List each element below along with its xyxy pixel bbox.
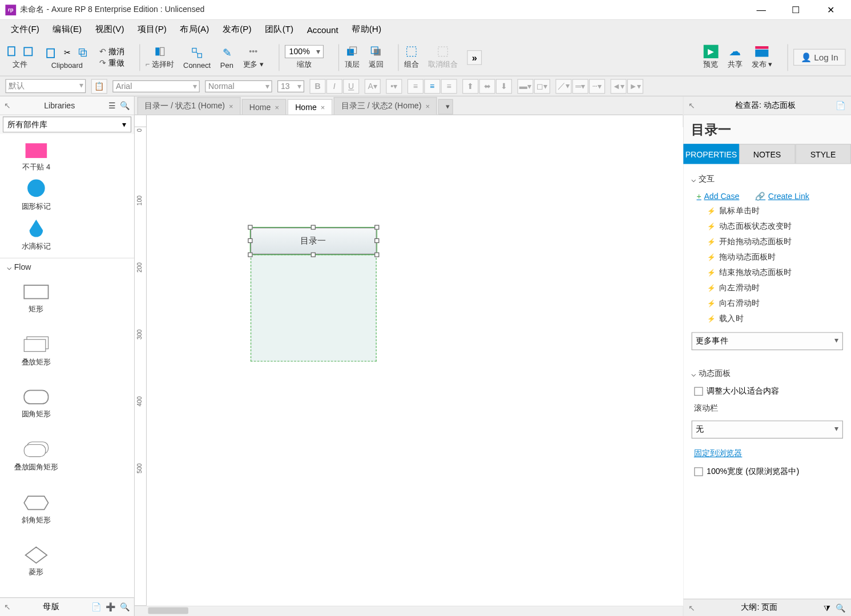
tb-preview[interactable]: ▶ 预览 xyxy=(703,45,718,70)
event-item[interactable]: ⚡向右滑动时 xyxy=(683,296,851,311)
collapse-icon[interactable]: ↖ xyxy=(688,101,695,110)
paste-icon[interactable] xyxy=(44,46,57,59)
login-button[interactable]: 👤 Log In xyxy=(793,49,846,66)
align-top[interactable]: ⬆ xyxy=(462,79,478,94)
page-icon[interactable]: 📄 xyxy=(836,101,846,110)
widget-name-field[interactable]: 目录一 xyxy=(683,115,851,144)
redo-button[interactable]: ↷重做 xyxy=(99,57,125,68)
font-select[interactable]: Arial xyxy=(112,80,200,92)
inspector-tab-notes[interactable]: NOTES xyxy=(739,144,795,164)
widget-rrect[interactable]: 圆角矩形 xyxy=(3,384,70,436)
tb-more[interactable]: ••• 更多 ▾ xyxy=(243,45,264,70)
pin-browser-link[interactable]: 固定到浏览器 xyxy=(683,444,851,463)
search-icon[interactable]: 🔍 xyxy=(120,101,130,110)
close-button[interactable]: ✕ xyxy=(821,3,840,16)
align-left[interactable]: ≡ xyxy=(408,79,424,94)
canvas-background-rect[interactable] xyxy=(251,254,377,362)
create-link-link[interactable]: 🔗Create Link xyxy=(755,192,809,201)
fill-color[interactable]: ▬▾ xyxy=(517,79,533,94)
inspector-tab-style[interactable]: STYLE xyxy=(795,144,851,164)
event-item[interactable]: ⚡鼠标单击时 xyxy=(683,204,851,219)
library-select[interactable]: 所有部件库 xyxy=(3,116,131,132)
bold-button[interactable]: B xyxy=(309,79,325,94)
tab-close-icon[interactable]: × xyxy=(321,103,325,111)
tb-pen[interactable]: ✎ Pen xyxy=(220,46,233,68)
widget-bluecircle[interactable]: 圆形标记 xyxy=(3,176,70,216)
search-icon[interactable]: 🔍 xyxy=(836,603,846,612)
search-icon[interactable]: 🔍 xyxy=(120,602,130,611)
event-item[interactable]: ⚡开始拖动动态面板时 xyxy=(683,234,851,250)
zoom-select[interactable]: 100% xyxy=(284,45,324,58)
tb-connect[interactable]: Connect xyxy=(183,46,211,68)
tb-back[interactable]: 返回 xyxy=(369,45,384,70)
undo-button[interactable]: ↶撤消 xyxy=(99,46,125,57)
widget-stackrect[interactable]: 叠放矩形 xyxy=(3,331,70,384)
line-style[interactable]: ┄▾ xyxy=(589,79,605,94)
menu-icon[interactable]: ☰ xyxy=(108,101,116,110)
section-flow[interactable]: ⌵Flow xyxy=(0,258,134,276)
style-select[interactable]: 默认 xyxy=(5,79,86,94)
underline-button[interactable]: U xyxy=(343,79,359,94)
tb-share[interactable]: ☁ 共享 xyxy=(728,45,743,70)
copy-icon[interactable] xyxy=(76,46,90,59)
tabs-overflow[interactable]: ▾ xyxy=(438,99,453,115)
line-color[interactable]: ／▾ xyxy=(555,79,571,94)
widget-bluedrop[interactable]: 水滴标记 xyxy=(3,216,70,255)
widget-diamond[interactable]: 菱形 xyxy=(3,542,70,594)
horizontal-scrollbar[interactable] xyxy=(134,605,682,616)
text-color[interactable]: A▾ xyxy=(365,79,381,94)
tab-close-icon[interactable]: × xyxy=(275,103,279,111)
menu-t[interactable]: 团队(T) xyxy=(260,22,299,37)
fontsize-select[interactable]: 13 xyxy=(277,80,304,92)
weight-select[interactable]: Normal xyxy=(205,80,272,92)
minimize-button[interactable]: ― xyxy=(752,3,771,16)
align-center[interactable]: ≡ xyxy=(424,79,440,94)
menu-p[interactable]: 发布(P) xyxy=(217,22,257,37)
canvas-tab[interactable]: 目录一 / 状态1 (Home)× xyxy=(137,97,240,115)
arrow-end[interactable]: ►▾ xyxy=(627,79,643,94)
scrollbar-select[interactable]: 无 xyxy=(691,420,843,439)
filter-icon[interactable]: ⧩ xyxy=(824,603,830,612)
tb-file[interactable]: 文件 xyxy=(5,45,35,70)
line-width[interactable]: ═▾ xyxy=(572,79,588,94)
tb-publish[interactable]: 发布 ▾ xyxy=(752,45,772,70)
menu-p[interactable]: 项目(P) xyxy=(132,22,172,37)
widget-stackrrect[interactable]: 叠放圆角矩形 xyxy=(3,436,70,489)
menu-a[interactable]: 布局(A) xyxy=(175,22,215,37)
add-case-link[interactable]: +Add Case xyxy=(696,192,739,201)
event-item[interactable]: ⚡动态面板状态改变时 xyxy=(683,219,851,234)
add-folder-icon[interactable]: 📄 xyxy=(91,602,102,611)
widget-pinktag[interactable]: 不干贴 4 xyxy=(3,136,70,176)
style-manager[interactable]: 📋 xyxy=(91,79,107,94)
section-interactions[interactable]: ⌵交互 xyxy=(683,169,851,189)
tb-ungroup[interactable]: 取消组合 xyxy=(428,45,458,70)
tab-close-icon[interactable]: × xyxy=(229,102,233,110)
event-item[interactable]: ⚡向左滑动时 xyxy=(683,281,851,296)
canvas-tab[interactable]: Home× xyxy=(288,99,332,115)
event-item[interactable]: ⚡拖动动态面板时 xyxy=(683,250,851,265)
tb-clipboard[interactable]: ✂ Clipboard xyxy=(44,46,90,68)
align-bottom[interactable]: ⬇ xyxy=(496,79,512,94)
maximize-button[interactable]: ☐ xyxy=(787,3,805,16)
cut-icon[interactable]: ✂ xyxy=(61,46,74,59)
event-item[interactable]: ⚡结束拖放动态面板时 xyxy=(683,265,851,281)
arrow-start[interactable]: ◄▾ xyxy=(611,79,627,94)
more-events-select[interactable]: 更多事件 xyxy=(691,332,843,350)
canvas-tab[interactable]: 目录三 / 状态2 (Home)× xyxy=(334,97,437,115)
align-right[interactable]: ≡ xyxy=(441,79,457,94)
tb-front[interactable]: 顶层 xyxy=(345,45,360,70)
event-item[interactable]: ⚡载入时 xyxy=(683,311,851,327)
section-dynamic-panel[interactable]: ⌵动态面板 xyxy=(683,363,851,383)
collapse-icon[interactable]: ↖ xyxy=(4,101,11,110)
selected-widget[interactable]: 目录一 xyxy=(251,228,377,254)
canvas[interactable]: 目录一 xyxy=(147,127,683,605)
save-file-icon[interactable] xyxy=(22,45,35,58)
more-text[interactable]: •▾ xyxy=(386,79,402,94)
menu-e[interactable]: 编辑(E) xyxy=(47,22,87,37)
collapse-icon[interactable]: ↖ xyxy=(4,602,11,611)
new-file-icon[interactable] xyxy=(5,45,18,58)
tb-group[interactable]: 组合 xyxy=(404,45,419,70)
align-middle[interactable]: ⬌ xyxy=(479,79,495,94)
tb-select[interactable]: ⌐ 选择时 xyxy=(146,45,174,70)
collapse-icon[interactable]: ↖ xyxy=(688,603,695,612)
